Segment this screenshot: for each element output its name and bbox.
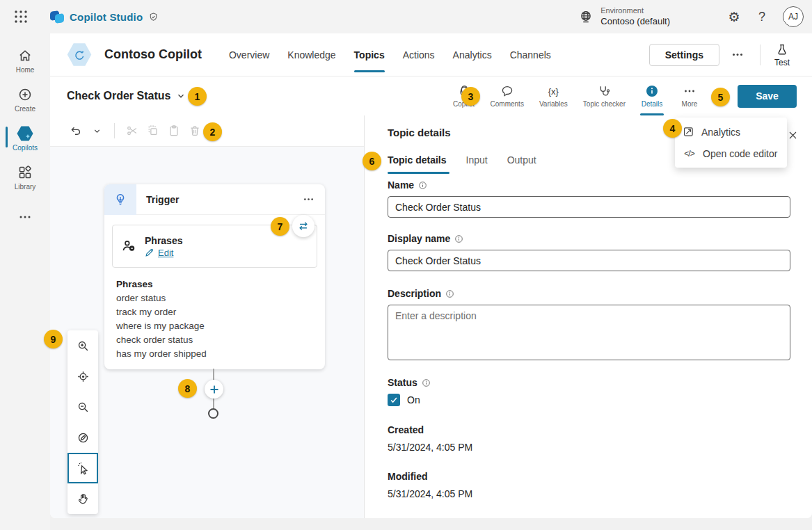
product-name: Copilot Studio (70, 11, 143, 23)
command-comments[interactable]: Comments (483, 77, 532, 115)
copilot-studio-logo-icon (50, 10, 64, 24)
help-button[interactable]: ? (749, 4, 774, 29)
phrase-item: check order status (116, 333, 207, 347)
command-variables[interactable]: {x} Variables (532, 77, 575, 115)
phrases-card-text: Phrases Edit (145, 235, 182, 258)
product-brand[interactable]: Copilot Studio (50, 10, 159, 24)
status-row: On (388, 394, 790, 406)
trigger-node-more-button[interactable] (298, 190, 318, 209)
comments-icon (500, 84, 514, 98)
settings-button[interactable]: Settings (649, 44, 719, 66)
sidebar-item-library[interactable]: Library (0, 159, 50, 198)
select-cursor-icon (77, 462, 90, 475)
description-textarea[interactable] (388, 305, 790, 360)
add-node-button[interactable] (205, 380, 223, 399)
compass-icon (77, 431, 90, 444)
command-topic-checker[interactable]: Topic checker (575, 77, 633, 115)
change-trigger-button[interactable] (292, 215, 315, 237)
zoom-out-button[interactable] (67, 392, 98, 422)
sidebar-item-create[interactable]: Create (0, 81, 50, 120)
delete-button[interactable] (184, 120, 205, 141)
header-more-button[interactable] (726, 44, 749, 66)
reset-view-button[interactable] (67, 422, 98, 453)
checkmark-icon (390, 396, 398, 404)
phrases-heading: Phrases (116, 278, 207, 291)
paste-button[interactable] (164, 120, 184, 141)
topic-command-bar: Check Order Status Copilot Comments (50, 77, 812, 115)
end-node-circle[interactable] (208, 408, 218, 419)
tab-knowledge[interactable]: Knowledge (278, 33, 344, 77)
copy-button[interactable] (143, 120, 164, 141)
center-view-button[interactable] (67, 361, 98, 392)
details-info-icon (645, 84, 659, 98)
code-icon: </> (683, 149, 696, 159)
annotation-badge-3: 3 (461, 87, 480, 106)
name-field-label: Name (388, 179, 790, 191)
info-icon (418, 181, 427, 190)
save-button[interactable]: Save (738, 85, 797, 108)
tab-channels[interactable]: Channels (501, 33, 560, 77)
test-button[interactable]: Test (767, 42, 797, 67)
more-ellipsis-icon (683, 84, 696, 98)
select-tool-button[interactable] (67, 453, 98, 483)
tab-input[interactable]: Input (456, 149, 497, 174)
zoom-in-button[interactable] (67, 330, 98, 361)
tab-topic-details[interactable]: Topic details (388, 149, 456, 174)
settings-gear-button[interactable]: ⚙ (722, 4, 747, 29)
sidebar-item-home[interactable]: Home (0, 42, 50, 81)
trigger-node[interactable]: Trigger Phrases (104, 184, 325, 369)
modified-value: 5/31/2024, 4:05 PM (388, 488, 790, 499)
authoring-canvas[interactable]: Trigger Phrases (50, 115, 364, 518)
user-avatar[interactable]: AJ (783, 6, 804, 27)
plus-icon (209, 385, 219, 394)
annotation-badge-2: 2 (203, 122, 222, 141)
menu-item-analytics[interactable]: Analytics (675, 121, 787, 143)
tab-analytics[interactable]: Analytics (444, 33, 501, 77)
undo-button[interactable] (65, 120, 86, 141)
environment-value: Contoso (default) (600, 16, 670, 27)
command-details[interactable]: Details (633, 77, 671, 115)
status-checkbox[interactable] (388, 394, 400, 406)
trigger-tile (104, 184, 136, 215)
sidebar-item-label: Home (16, 66, 35, 74)
paste-clipboard-icon (168, 125, 180, 137)
copilots-sparkle (17, 126, 33, 141)
waffle-menu-button[interactable] (4, 0, 38, 33)
sidebar-more-button[interactable] (0, 209, 50, 226)
copilot-header: Contoso Copilot Overview Knowledge Topic… (50, 33, 812, 77)
close-icon (788, 130, 798, 140)
created-value: 5/31/2024, 4:05 PM (388, 442, 790, 453)
tab-actions[interactable]: Actions (394, 33, 444, 77)
tab-output[interactable]: Output (497, 149, 546, 174)
environment-picker[interactable]: Environment Contoso (default) (578, 6, 670, 27)
tab-overview[interactable]: Overview (220, 33, 278, 77)
swap-arrows-icon (297, 220, 310, 232)
name-input[interactable] (388, 196, 790, 218)
created-label: Created (388, 424, 790, 435)
cut-button[interactable] (122, 120, 143, 141)
lightbulb-icon (113, 193, 127, 207)
more-context-menu: Analytics </> Open code editor (675, 118, 787, 168)
copilot-header-actions: Settings Test (649, 42, 797, 67)
display-name-input[interactable] (388, 250, 790, 271)
display-name-field-label: Display name (388, 233, 790, 244)
menu-item-open-code-editor[interactable]: </> Open code editor (675, 143, 787, 164)
chevron-down-icon (176, 91, 186, 101)
command-more[interactable]: More (671, 77, 708, 115)
create-plus-icon (17, 87, 33, 102)
panel-fields: Name Display name Description (388, 179, 790, 499)
sidebar-item-label: Copilots (13, 144, 38, 152)
edit-phrases-link[interactable]: Edit (145, 248, 182, 258)
sidebar-item-copilots[interactable]: Copilots (0, 120, 50, 159)
undo-dropdown-button[interactable] (86, 120, 107, 141)
tab-topics[interactable]: Topics (345, 33, 394, 77)
panel-title: Topic details (388, 127, 451, 138)
topic-title-dropdown[interactable]: Check Order Status (67, 90, 186, 102)
copilot-nav-tabs: Overview Knowledge Topics Actions Analyt… (220, 33, 560, 77)
pencil-icon (145, 248, 154, 257)
phrase-item: order status (116, 291, 207, 305)
analytics-chart-icon (683, 126, 694, 138)
more-ellipsis-icon (19, 215, 31, 219)
pan-tool-button[interactable] (67, 483, 98, 514)
library-icon (17, 165, 33, 180)
